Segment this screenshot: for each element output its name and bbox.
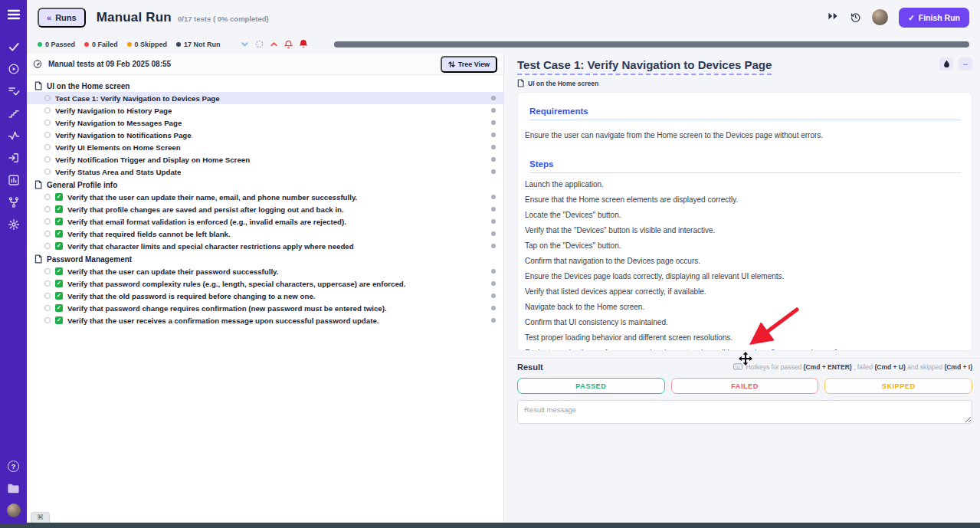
skipped-dot-icon: [127, 42, 132, 47]
test-case-row[interactable]: Verify that email format validation is e…: [27, 215, 503, 228]
passed-button[interactable]: PASSED: [517, 378, 665, 394]
suite-header[interactable]: Password Management: [27, 252, 503, 265]
test-case-row[interactable]: Verify that character limits and special…: [27, 240, 503, 252]
status-circle-icon: [44, 169, 51, 175]
step-text: Evaluate navigation performance under sl…: [525, 349, 961, 351]
test-case-row[interactable]: Verify that password change requires con…: [27, 302, 503, 314]
fast-forward-icon[interactable]: [828, 11, 839, 23]
result-heading: Result: [517, 362, 543, 372]
test-case-row[interactable]: Test Case 1: Verify Navigation to Device…: [27, 92, 503, 104]
steps-icon[interactable]: [7, 107, 21, 120]
step-text: Navigate back to the Home screen.: [525, 303, 961, 311]
test-tree-panel: Manual tests at 09 Feb 2025 08:55 Tree V…: [27, 54, 504, 523]
bell-solid-icon[interactable]: [299, 39, 308, 49]
top-header: « Runs Manual Run 0/17 tests ( 0% comple…: [27, 0, 980, 34]
menu-icon[interactable]: [7, 8, 21, 21]
test-case-row[interactable]: Verify Status Area and Stats Update: [27, 166, 503, 178]
step-text: Tap on the "Devices" button.: [525, 242, 961, 250]
list-check-icon[interactable]: [7, 84, 21, 98]
stat-passed: 0 Passed: [38, 41, 75, 48]
green-check-icon: [55, 193, 63, 201]
sidebar-user-avatar[interactable]: [7, 503, 21, 517]
result-section: Result Hotkeys for passed (Cmd + ENTER) …: [510, 358, 980, 424]
test-case-title[interactable]: Test Case 1: Verify Navigation to Device…: [517, 58, 772, 75]
bar-chart-icon[interactable]: [7, 173, 21, 187]
activity-icon[interactable]: [7, 129, 21, 143]
status-circle-icon[interactable]: [255, 40, 264, 48]
import-icon[interactable]: [7, 151, 21, 165]
status-circle-icon: [44, 317, 51, 323]
ink-drop-icon: [943, 60, 950, 68]
status-circle-icon: [44, 243, 51, 249]
row-dot-icon: [491, 219, 496, 224]
requirements-text: Ensure the user can navigate from the Ho…: [525, 130, 961, 140]
bottom-status-bar: [0, 523, 980, 528]
green-check-icon: [55, 242, 63, 250]
suite-file-icon: [34, 180, 42, 189]
test-case-row[interactable]: Verify Navigation to Notifications Page: [27, 129, 503, 141]
test-case-row[interactable]: Verify that required fields cannot be le…: [27, 228, 503, 240]
back-to-runs-button[interactable]: « Runs: [38, 8, 86, 28]
test-case-row[interactable]: Verify Navigation to History Page: [27, 104, 503, 116]
suite-header[interactable]: General Profile info: [27, 178, 503, 191]
row-dot-icon: [491, 195, 496, 199]
gear-icon[interactable]: [7, 218, 21, 231]
test-case-row[interactable]: Verify that profile changes are saved an…: [27, 203, 503, 215]
hotkeys-hint: Hotkeys for passed (Cmd + ENTER) , faile…: [733, 363, 972, 371]
app-sidebar: ?: [0, 0, 27, 523]
run-progress-bar: [334, 41, 969, 48]
not-run-dot-icon: [176, 42, 181, 47]
tree-panel-header: Manual tests at 09 Feb 2025 08:55 Tree V…: [27, 54, 503, 75]
bell-outline-icon[interactable]: [284, 40, 293, 49]
row-dot-icon: [491, 281, 496, 286]
status-circle-icon: [44, 293, 51, 299]
step-text: Confirm that UI consistency is maintaine…: [525, 319, 961, 326]
chevron-up-icon[interactable]: [270, 40, 278, 48]
help-icon[interactable]: ?: [8, 461, 19, 472]
command-key-badge[interactable]: ⌘: [31, 512, 50, 523]
failed-button[interactable]: FAILED: [671, 378, 819, 394]
suite-header[interactable]: UI on the Home screen: [27, 79, 503, 92]
minimize-button[interactable]: −: [959, 57, 972, 71]
test-case-row[interactable]: Verify UI Elements on Home Screen: [27, 141, 503, 153]
status-circle-icon: [44, 144, 51, 150]
row-dot-icon: [491, 294, 496, 298]
test-case-row[interactable]: Verify that the user receives a confirma…: [27, 314, 503, 326]
folder-icon[interactable]: [7, 481, 21, 495]
stat-not-run: 17 Not Run: [176, 41, 221, 48]
test-case-row[interactable]: Verify that password complexity rules (e…: [27, 277, 503, 290]
test-case-row[interactable]: Verify that the user can update their pa…: [27, 265, 503, 277]
status-circle-icon: [44, 305, 51, 311]
status-circle-icon: [44, 194, 51, 200]
back-label: Runs: [55, 13, 77, 22]
finish-check-icon: ✓: [908, 13, 915, 22]
test-case-row[interactable]: Verify that the old password is required…: [27, 290, 503, 302]
move-splitter-handle[interactable]: [739, 352, 752, 366]
history-icon[interactable]: [850, 11, 861, 23]
test-case-row[interactable]: Verify Notification Trigger and Display …: [27, 153, 503, 166]
check-icon[interactable]: [7, 40, 21, 54]
ink-drop-button[interactable]: [939, 57, 953, 71]
test-case-row[interactable]: Verify Navigation to Messages Page: [27, 116, 503, 129]
result-message-input[interactable]: [517, 400, 972, 424]
test-case-row[interactable]: Verify that the user can update their na…: [27, 191, 503, 203]
step-text: Launch the application.: [525, 181, 961, 189]
status-circle-icon: [44, 156, 51, 162]
user-avatar[interactable]: [872, 9, 888, 25]
page-title: Manual Run: [97, 10, 172, 25]
green-check-icon: [55, 205, 63, 213]
status-circle-icon: [44, 95, 51, 101]
status-circle-icon: [44, 206, 51, 212]
suite-breadcrumb: UI on the Home screen: [517, 79, 972, 87]
tree-view-button[interactable]: Tree View: [441, 56, 497, 73]
steps-heading: Steps: [529, 159, 961, 173]
play-circle-icon[interactable]: [7, 62, 21, 76]
branch-icon[interactable]: [7, 195, 21, 209]
passed-dot-icon: [38, 42, 42, 47]
failed-dot-icon: [84, 42, 89, 47]
chevron-down-icon[interactable]: [241, 40, 249, 48]
status-circle-icon: [44, 132, 51, 138]
skipped-button[interactable]: SKIPPED: [824, 378, 972, 394]
sort-arrows-icon: [448, 61, 455, 68]
finish-run-button[interactable]: ✓ Finish Run: [899, 8, 969, 28]
